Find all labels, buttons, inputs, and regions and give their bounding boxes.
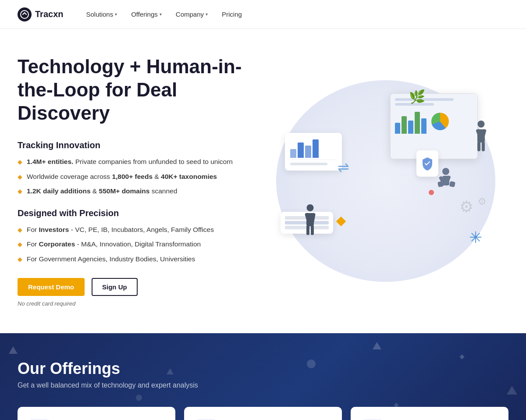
diamond-icon: ◆ bbox=[18, 240, 22, 249]
offering-card-deal-discovery: Sourcing & deal discovery ◆ New deals ma… bbox=[184, 407, 342, 420]
offerings-subtitle: Get a well balanced mix of technology an… bbox=[18, 381, 508, 389]
precision-bullets: ◆ For Investors - VC, PE, IB, Incubators… bbox=[18, 224, 263, 264]
diamond-icon: ◆ bbox=[18, 225, 22, 235]
hero-left: Technology + Human-in-the-Loop for Deal … bbox=[18, 55, 263, 307]
cta-row: Request Demo Sign Up bbox=[18, 278, 263, 296]
dot-accent bbox=[429, 190, 434, 195]
svg-point-1 bbox=[307, 204, 314, 211]
svg-rect-6 bbox=[311, 225, 314, 235]
svg-rect-12 bbox=[482, 142, 485, 151]
request-demo-button[interactable]: Request Demo bbox=[18, 278, 85, 296]
no-cc-text: No credit card required bbox=[18, 300, 263, 307]
bg-triangle-1 bbox=[9, 346, 18, 354]
plant-icon: 🌿 bbox=[409, 89, 425, 104]
diamond-icon: ◆ bbox=[18, 255, 22, 264]
diamond-icon: ◆ bbox=[18, 172, 22, 182]
offering-card-startup-db: Comprehensive startup databases ◆ 1.4M+ … bbox=[18, 407, 175, 420]
offerings-title: Our Offerings bbox=[18, 359, 508, 378]
sign-up-button[interactable]: Sign Up bbox=[92, 278, 138, 296]
chevron-down-icon: ▾ bbox=[115, 12, 117, 17]
chart-card-left bbox=[285, 133, 342, 171]
logo-icon bbox=[18, 7, 32, 21]
illustration-circle: ⇌ bbox=[276, 80, 495, 282]
bg-triangle-3 bbox=[373, 342, 381, 349]
logo[interactable]: Tracxn bbox=[18, 7, 63, 21]
diamond-accent bbox=[336, 217, 346, 227]
tracking-bullets: ◆ 1.4M+ entities. Private companies from… bbox=[18, 157, 263, 196]
person-silhouette-sitting bbox=[436, 168, 456, 192]
nav-links: Solutions ▾ Offerings ▾ Company ▾ Pricin… bbox=[81, 7, 247, 21]
molecule-icon: ✳ bbox=[469, 228, 482, 247]
svg-rect-18 bbox=[449, 181, 455, 187]
monitor-card bbox=[390, 93, 478, 159]
svg-rect-11 bbox=[477, 142, 480, 151]
nav-company[interactable]: Company ▾ bbox=[171, 7, 213, 21]
hero-section: Technology + Human-in-the-Loop for Deal … bbox=[0, 29, 526, 333]
diamond-icon: ◆ bbox=[18, 157, 22, 167]
svg-point-13 bbox=[442, 168, 449, 175]
gear-icon-small: ⚙ bbox=[478, 196, 487, 207]
shield-card bbox=[416, 150, 438, 177]
bullet-investors: ◆ For Investors - VC, PE, IB, Incubators… bbox=[18, 224, 263, 235]
hero-title: Technology + Human-in-the-Loop for Deal … bbox=[18, 55, 263, 125]
offering-card-due-diligence: Company due diligence ◆ Valuation & Capt… bbox=[351, 407, 508, 420]
bullet-domains: ◆ 1.2K daily additions & 550M+ domains s… bbox=[18, 186, 263, 196]
bullet-government: ◆ For Government Agencies, Industry Bodi… bbox=[18, 254, 263, 264]
logo-text: Tracxn bbox=[35, 9, 63, 19]
bullet-feeds: ◆ Worldwide coverage across 1,800+ feeds… bbox=[18, 171, 263, 182]
gear-icon-large: ⚙ bbox=[459, 198, 473, 216]
offering-cards: Comprehensive startup databases ◆ 1.4M+ … bbox=[18, 407, 508, 420]
chevron-down-icon: ▾ bbox=[206, 12, 208, 17]
svg-point-7 bbox=[478, 121, 485, 128]
tracking-innovation-title: Tracking Innovation bbox=[18, 140, 263, 150]
hero-illustration: ⇌ bbox=[263, 80, 508, 282]
diamond-icon: ◆ bbox=[18, 187, 22, 196]
svg-point-0 bbox=[21, 11, 28, 18]
svg-rect-17 bbox=[437, 181, 444, 187]
precision-title: Designed with Precision bbox=[18, 208, 263, 218]
bullet-entities: ◆ 1.4M+ entities. Private companies from… bbox=[18, 157, 263, 167]
chevron-down-icon: ▾ bbox=[160, 12, 162, 17]
navbar: Tracxn Solutions ▾ Offerings ▾ Company ▾… bbox=[0, 0, 526, 29]
bg-diamond-1 bbox=[459, 354, 464, 359]
nav-pricing[interactable]: Pricing bbox=[217, 7, 247, 21]
flow-arrow-icon: ⇌ bbox=[338, 159, 349, 176]
person-silhouette-left bbox=[302, 203, 318, 238]
nav-solutions[interactable]: Solutions ▾ bbox=[81, 7, 122, 21]
bg-circle-2 bbox=[136, 395, 142, 401]
svg-rect-5 bbox=[306, 225, 309, 235]
person-silhouette-right bbox=[473, 120, 489, 154]
offerings-section: Our Offerings Get a well balanced mix of… bbox=[0, 333, 526, 420]
nav-offerings[interactable]: Offerings ▾ bbox=[126, 7, 167, 21]
bullet-corporates: ◆ For Corporates - M&A, Innovation, Digi… bbox=[18, 239, 263, 249]
